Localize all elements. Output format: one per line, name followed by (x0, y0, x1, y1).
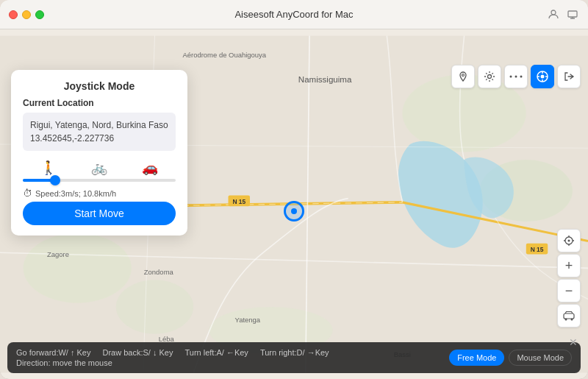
svg-point-33 (568, 240, 570, 242)
speed-value: Speed:3m/s; 10.8km/h (35, 189, 116, 198)
bottom-bar-modes: Free Mode Mouse Mode (449, 350, 572, 366)
panel-title: Joystick Mode (23, 80, 176, 92)
svg-point-23 (510, 76, 512, 78)
titlebar: Aiseesoft AnyCoord for Mac (0, 0, 588, 29)
zoom-in-icon: + (565, 259, 573, 272)
key-row-2: Direction: move the mouse (16, 358, 449, 367)
minimize-button[interactable] (22, 10, 31, 19)
svg-point-31 (541, 75, 545, 79)
speed-slider-container (23, 179, 176, 182)
titlebar-actions (547, 8, 579, 21)
location-box: Rigui, Yatenga, Nord, Burkina Faso 13.45… (23, 113, 176, 151)
forward-key: Go forward:W/ ↑ Key (16, 348, 90, 357)
traffic-lights (9, 10, 44, 19)
close-bottom-bar-btn[interactable]: ✕ (569, 336, 578, 348)
svg-point-22 (488, 75, 492, 79)
mouse-mode-btn[interactable]: Mouse Mode (509, 350, 572, 366)
svg-text:Zagore: Zagore (47, 250, 69, 258)
svg-text:Aérodrome de Ouahigouya: Aérodrome de Ouahigouya (182, 51, 266, 59)
direction-key: Direction: move the mouse (16, 358, 112, 367)
svg-point-0 (551, 10, 556, 15)
svg-point-40 (571, 319, 573, 321)
key-row-1: Go forward:W/ ↑ Key Draw back:S/ ↓ Key T… (16, 348, 449, 357)
location-text: Rigui, Yatenga, Nord, Burkina Faso (30, 120, 168, 130)
screen-icon[interactable] (566, 8, 579, 21)
bottom-bar: Go forward:W/ ↑ Key Draw back:S/ ↓ Key T… (7, 342, 581, 373)
transport-modes: 🚶 🚲 🚗 (23, 160, 176, 176)
svg-text:Zondoma: Zondoma (144, 268, 174, 276)
location-marker (284, 201, 304, 222)
left-key: Turn left:A/ ←Key (184, 348, 248, 357)
walk-mode-btn[interactable]: 🚶 (40, 160, 57, 176)
bottom-bar-keys: Go forward:W/ ↑ Key Draw back:S/ ↓ Key T… (16, 348, 449, 367)
user-icon[interactable] (547, 8, 560, 21)
route-toolbar-btn[interactable] (504, 65, 528, 88)
current-location-label: Current Location (23, 98, 176, 108)
bike-mode-btn[interactable]: 🚲 (91, 160, 107, 176)
start-move-button[interactable]: Start Move (23, 202, 176, 225)
svg-rect-1 (568, 11, 577, 17)
back-key: Draw back:S/ ↓ Key (102, 348, 173, 357)
speed-label: ⏱ Speed:3m/s; 10.8km/h (23, 188, 176, 199)
toolbar (451, 65, 581, 88)
svg-point-21 (462, 74, 465, 77)
map-container: N 15 N 15 Namissiguima Aérodrome de Ouah… (0, 29, 588, 379)
locate-me-btn[interactable] (557, 229, 581, 252)
zoom-out-icon: − (565, 284, 573, 297)
svg-rect-38 (564, 314, 574, 319)
map-right-buttons: + − (557, 229, 581, 327)
svg-text:Yatenga: Yatenga (235, 316, 261, 324)
app-title: Aiseesoft AnyCoord for Mac (234, 9, 353, 20)
svg-point-7 (24, 233, 132, 303)
car-view-btn[interactable] (557, 304, 581, 327)
pin-toolbar-btn[interactable] (451, 65, 475, 88)
joystick-toolbar-btn[interactable] (531, 65, 554, 88)
slider-track (23, 179, 176, 182)
settings-toolbar-btn[interactable] (478, 65, 501, 88)
svg-text:Namissiguima: Namissiguima (298, 75, 352, 84)
slider-thumb[interactable] (50, 175, 60, 185)
slider-fill (23, 179, 54, 182)
maximize-button[interactable] (35, 10, 44, 19)
speedometer-icon: ⏱ (23, 188, 32, 199)
free-mode-btn[interactable]: Free Mode (449, 350, 504, 366)
coordinates-text: 13.452645,-2.227736 (30, 133, 114, 144)
car-mode-btn[interactable]: 🚗 (142, 160, 158, 176)
svg-point-24 (515, 76, 517, 78)
close-button[interactable] (9, 10, 18, 19)
svg-text:N 15: N 15 (232, 198, 245, 205)
svg-text:N 15: N 15 (531, 246, 544, 253)
joystick-panel: Joystick Mode Current Location Rigui, Ya… (11, 70, 187, 235)
svg-point-39 (565, 319, 567, 321)
zoom-in-btn[interactable]: + (557, 254, 581, 277)
app-window: Aiseesoft AnyCoord for Mac (0, 0, 588, 379)
right-key: Turn right:D/ →Key (260, 348, 329, 357)
svg-point-8 (116, 280, 193, 334)
exit-toolbar-btn[interactable] (557, 65, 581, 88)
zoom-out-btn[interactable]: − (557, 279, 581, 302)
svg-point-25 (520, 76, 523, 78)
